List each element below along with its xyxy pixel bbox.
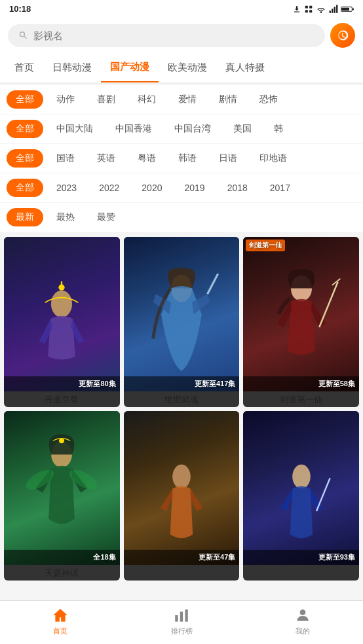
bottom-nav-label-排行榜: 排行榜: [171, 626, 193, 636]
filter-tag-全部[interactable]: 全部: [7, 149, 43, 168]
nav-tab-日韩动漫[interactable]: 日韩动漫: [43, 54, 101, 82]
nav-tab-欧美动漫[interactable]: 欧美动漫: [159, 54, 216, 82]
bottom-nav-icon-我的: [294, 606, 312, 624]
filter-tag-2017[interactable]: 2017: [261, 179, 299, 196]
search-input[interactable]: [33, 30, 315, 41]
svg-rect-0: [305, 5, 308, 8]
card-badge-5: 更新至47集: [124, 550, 240, 565]
svg-point-24: [292, 465, 311, 489]
nav-tab-首页[interactable]: 首页: [5, 54, 43, 82]
filter-tag-印地语[interactable]: 印地语: [250, 149, 296, 168]
bottom-nav-label-首页: 首页: [53, 626, 67, 636]
clock-icon: [336, 29, 349, 42]
bottom-nav: 首页排行榜我的: [0, 600, 363, 644]
card-6[interactable]: 更新至93集: [243, 411, 359, 581]
filter-tag-2019[interactable]: 2019: [175, 179, 214, 196]
bottom-nav-我的[interactable]: 我的: [242, 606, 363, 636]
nav-tabs: 首页日韩动漫国产动漫欧美动漫真人特摄: [0, 53, 363, 84]
card-title-4: 天庭神话: [4, 565, 120, 581]
status-icons: [292, 5, 354, 14]
svg-line-15: [208, 274, 218, 295]
card-title-2: 绝世武魂: [124, 391, 240, 407]
filter-tag-日语[interactable]: 日语: [210, 149, 246, 168]
svg-point-29: [299, 609, 305, 615]
card-3[interactable]: 更新至58集剑道第一仙剑道第一仙: [243, 237, 359, 407]
download-icon: [292, 5, 301, 14]
card-badge-6: 更新至93集: [243, 550, 359, 565]
battery-icon: [341, 5, 354, 13]
history-icon-button[interactable]: [330, 23, 355, 48]
sort-tag-最新[interactable]: 最新: [7, 208, 43, 226]
svg-rect-7: [336, 5, 337, 12]
search-area: [0, 18, 363, 53]
filter-tag-2022[interactable]: 2022: [90, 179, 128, 196]
card-title-1: 丹道至尊: [4, 391, 120, 407]
card-title-3: 剑道第一仙: [243, 391, 359, 407]
nav-tab-真人特摄[interactable]: 真人特摄: [216, 54, 274, 82]
filter-tag-2018[interactable]: 2018: [218, 179, 257, 196]
svg-rect-27: [180, 612, 183, 622]
svg-rect-5: [332, 9, 333, 12]
card-badge-3: 更新至58集: [243, 376, 359, 391]
bottom-nav-icon-排行榜: [172, 606, 191, 624]
svg-line-17: [319, 282, 337, 327]
filter-tag-剧情[interactable]: 剧情: [210, 90, 246, 109]
filter-tag-2020[interactable]: 2020: [132, 179, 171, 196]
filter-tag-美国[interactable]: 美国: [224, 120, 261, 138]
svg-rect-28: [185, 609, 187, 621]
bottom-nav-首页[interactable]: 首页: [0, 606, 121, 636]
card-5[interactable]: 更新至47集: [124, 411, 240, 581]
wifi-icon: [316, 5, 326, 13]
filter-tag-2023[interactable]: 2023: [47, 179, 86, 196]
svg-rect-4: [330, 10, 331, 12]
svg-line-25: [316, 478, 330, 511]
svg-rect-2: [305, 10, 308, 12]
year-filter-row: 全部202320222020201920182017: [0, 173, 363, 203]
bottom-nav-排行榜[interactable]: 排行榜: [121, 606, 242, 636]
filter-tag-粤语[interactable]: 粤语: [128, 149, 165, 168]
filter-tag-韩语[interactable]: 韩语: [169, 149, 206, 168]
sort-row: 最新最热最赞: [0, 203, 363, 232]
time-display: 10:18: [9, 4, 31, 14]
card-badge-1: 更新至80集: [4, 376, 120, 391]
card-2[interactable]: 更新至417集绝世武魂: [124, 237, 240, 407]
filter-section: 全部动作喜剧科幻爱情剧情恐怖 全部中国大陆中国香港中国台湾美国韩 全部国语英语粤…: [0, 85, 363, 232]
signal-icon: [329, 5, 338, 14]
card-badge-4: 全18集: [4, 550, 120, 565]
card-1[interactable]: 更新至80集丹道至尊: [4, 237, 120, 407]
search-input-wrapper[interactable]: [8, 24, 325, 47]
filter-tag-中国香港[interactable]: 中国香港: [106, 120, 161, 138]
card-badge-2: 更新至417集: [124, 376, 240, 391]
filter-tag-喜剧[interactable]: 喜剧: [88, 90, 124, 109]
search-magnifier-icon: [18, 30, 28, 41]
filter-tag-韩[interactable]: 韩: [265, 120, 292, 138]
filter-tag-科幻[interactable]: 科幻: [128, 90, 165, 109]
sort-tag-最赞[interactable]: 最赞: [88, 208, 124, 226]
filter-tag-国语[interactable]: 国语: [47, 149, 84, 168]
svg-point-11: [51, 291, 72, 317]
sort-tag-最热[interactable]: 最热: [47, 208, 84, 226]
filter-tag-爱情[interactable]: 爱情: [169, 90, 206, 109]
status-time: 10:18: [9, 4, 31, 14]
filter-tag-全部[interactable]: 全部: [7, 179, 43, 197]
filter-tag-全部[interactable]: 全部: [7, 120, 43, 138]
svg-point-23: [172, 465, 191, 489]
nav-tab-国产动漫[interactable]: 国产动漫: [101, 53, 159, 82]
svg-rect-10: [353, 8, 354, 10]
filter-tag-中国台湾[interactable]: 中国台湾: [165, 120, 220, 138]
language-filter-row: 全部国语英语粤语韩语日语印地语: [0, 144, 363, 173]
genre-filter-row: 全部动作喜剧科幻爱情剧情恐怖: [0, 85, 363, 115]
filter-tag-动作[interactable]: 动作: [47, 90, 84, 109]
card-4[interactable]: 全18集天庭神话: [4, 411, 120, 581]
svg-rect-1: [309, 5, 312, 8]
status-bar: 10:18: [0, 0, 363, 18]
bottom-nav-label-我的: 我的: [296, 626, 310, 636]
filter-tag-全部[interactable]: 全部: [7, 90, 43, 109]
svg-point-13: [59, 285, 65, 291]
filter-tag-英语[interactable]: 英语: [88, 149, 124, 168]
bottom-nav-icon-首页: [51, 606, 69, 624]
filter-tag-中国大陆[interactable]: 中国大陆: [47, 120, 102, 138]
filter-tag-恐怖[interactable]: 恐怖: [250, 90, 287, 109]
content-grid: 更新至80集丹道至尊 更新至417集绝世武魂 更新至58集剑道第一仙剑道第一仙 …: [0, 232, 363, 586]
region-filter-row: 全部中国大陆中国香港中国台湾美国韩: [0, 115, 363, 144]
